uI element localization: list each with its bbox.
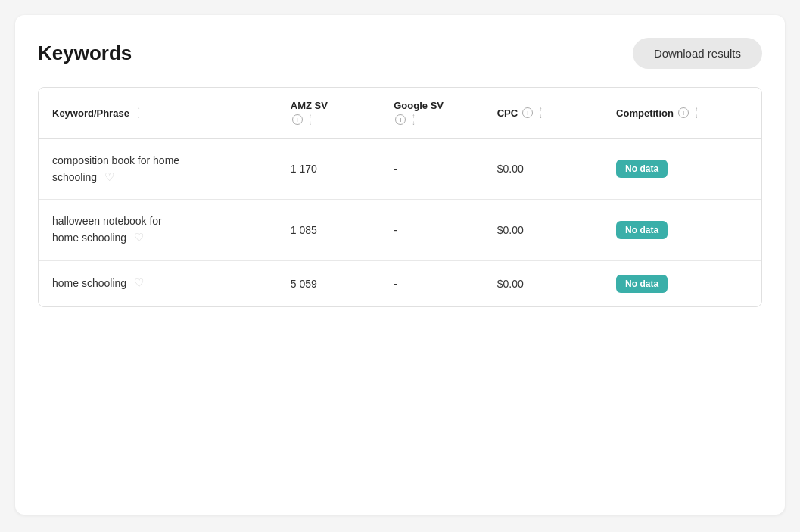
google-sv-value: - — [394, 163, 397, 175]
cpc-value: $0.00 — [497, 163, 524, 175]
cpc-cell: $0.00 — [484, 138, 602, 200]
google-sv-cell: - — [380, 260, 483, 306]
col-header-competition: Competition i ↑↓ — [602, 88, 761, 138]
no-data-badge: No data — [616, 275, 668, 293]
google-sv-cell: - — [380, 200, 483, 261]
heart-icon[interactable]: ♡ — [134, 275, 144, 292]
keywords-table: Keyword/Phrase ↑↓ AMZ SV i — [39, 88, 761, 306]
amz-sv-cell: 1 170 — [277, 138, 380, 200]
table-row: home schooling ♡ 5 059 - $0.00 No data — [39, 260, 761, 306]
info-icon-google-sv[interactable]: i — [395, 114, 406, 125]
sort-icon-keyword[interactable]: ↑↓ — [137, 107, 140, 120]
keyword-cell: home schooling ♡ — [39, 260, 277, 306]
cpc-value: $0.00 — [497, 278, 524, 290]
table-row: composition book for homeschooling ♡ 1 1… — [39, 138, 761, 200]
heart-icon[interactable]: ♡ — [104, 169, 114, 186]
amz-sv-cell: 1 085 — [277, 200, 380, 261]
amz-sv-value: 1 170 — [291, 163, 317, 175]
col-header-keyword: Keyword/Phrase ↑↓ — [39, 88, 277, 138]
heart-icon[interactable]: ♡ — [134, 229, 144, 247]
amz-sv-value: 1 085 — [291, 224, 317, 236]
col-label-google-sv: Google SV — [394, 100, 444, 112]
col-label-competition: Competition — [616, 107, 674, 120]
info-icon-competition[interactable]: i — [678, 107, 689, 118]
col-label-amz-sv: AMZ SV — [291, 100, 328, 112]
info-icon-amz-sv[interactable]: i — [292, 114, 303, 125]
keyword-cell: composition book for homeschooling ♡ — [39, 138, 277, 200]
page-container: Keywords Download results Keyword/Phrase… — [15, 15, 785, 515]
sort-icon-competition[interactable]: ↑↓ — [695, 107, 698, 120]
cpc-cell: $0.00 — [484, 200, 602, 261]
download-results-button[interactable]: Download results — [633, 38, 762, 69]
keyword-text: home schooling ♡ — [52, 277, 144, 289]
cpc-value: $0.00 — [497, 224, 524, 236]
cpc-cell: $0.00 — [484, 260, 602, 306]
google-sv-value: - — [394, 278, 397, 290]
keyword-text: composition book for homeschooling ♡ — [52, 154, 179, 183]
no-data-badge: No data — [616, 160, 668, 178]
competition-cell: No data — [602, 200, 761, 261]
amz-sv-value: 5 059 — [291, 278, 317, 290]
table-row: halloween notebook forhome schooling ♡ 1… — [39, 200, 761, 261]
keywords-table-wrapper: Keyword/Phrase ↑↓ AMZ SV i — [38, 87, 762, 307]
google-sv-cell: - — [380, 138, 483, 200]
amz-sv-cell: 5 059 — [277, 260, 380, 306]
col-header-amz-sv: AMZ SV i ↑↓ — [277, 88, 380, 138]
keyword-text: halloween notebook forhome schooling ♡ — [52, 215, 162, 244]
col-header-google-sv: Google SV i ↑↓ — [380, 88, 483, 138]
competition-cell: No data — [602, 260, 761, 306]
header-row: Keywords Download results — [38, 38, 762, 69]
page-title: Keywords — [38, 42, 132, 65]
sort-icon-amz-sv[interactable]: ↑↓ — [309, 114, 312, 126]
col-header-cpc: CPC i ↑↓ — [484, 88, 602, 138]
sort-icon-google-sv[interactable]: ↑↓ — [412, 114, 415, 126]
competition-cell: No data — [602, 138, 761, 200]
sort-icon-cpc[interactable]: ↑↓ — [539, 107, 542, 120]
table-header-row: Keyword/Phrase ↑↓ AMZ SV i — [39, 88, 761, 138]
col-label-keyword: Keyword/Phrase — [52, 107, 129, 120]
google-sv-value: - — [394, 224, 397, 236]
col-label-cpc: CPC — [497, 107, 518, 120]
info-icon-cpc[interactable]: i — [522, 107, 533, 118]
no-data-badge: No data — [616, 221, 668, 239]
keyword-cell: halloween notebook forhome schooling ♡ — [39, 200, 277, 261]
